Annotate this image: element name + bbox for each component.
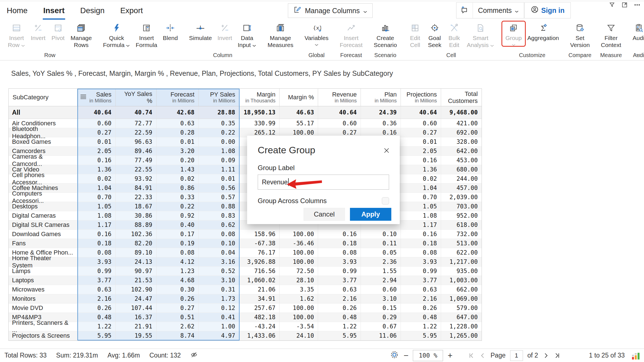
cell[interactable]: 1.23	[157, 267, 199, 276]
cell[interactable]: 3,926.88	[240, 257, 280, 266]
row-label[interactable]: Fans	[9, 239, 77, 248]
audit-button[interactable]: Audit	[629, 21, 644, 42]
row-label[interactable]: Computers Accessori...	[9, 193, 77, 202]
cell[interactable]: 0.57	[199, 193, 240, 202]
table-row[interactable]: Lamps0.9990.971.230.52716.5672.500.991.5…	[9, 267, 482, 276]
create-scenario-button[interactable]: CreateScenario	[371, 21, 400, 49]
cell[interactable]: 0.08	[318, 248, 361, 257]
filter-icon[interactable]	[609, 1, 615, 10]
next-page-icon[interactable]	[543, 352, 549, 359]
bulk-edit-button[interactable]: BulkEdit	[444, 21, 464, 49]
first-page-icon[interactable]	[468, 352, 475, 359]
cell[interactable]: 40.64	[318, 106, 361, 119]
cell[interactable]: 1,265.00	[441, 331, 482, 340]
row-label[interactable]: Bluetooth Headphon...	[9, 128, 77, 137]
cell[interactable]: 0.16	[77, 156, 116, 165]
cell[interactable]: 22.55	[116, 165, 157, 174]
cell[interactable]: 102.90	[116, 285, 157, 294]
cell[interactable]: 0.12	[199, 304, 240, 312]
table-row[interactable]: Printers, Scanners & ...1.2221.912.621.0…	[9, 322, 482, 331]
cell[interactable]: 102.36	[116, 230, 157, 239]
cell[interactable]: 21.91	[116, 322, 157, 331]
tab-export[interactable]: Export	[120, 6, 143, 20]
cell[interactable]: 2.16	[401, 294, 441, 303]
group-across-columns-checkbox[interactable]	[382, 197, 389, 204]
cell[interactable]: 680.00	[441, 165, 482, 174]
cell[interactable]: 1,433.06	[240, 331, 280, 340]
cell[interactable]: 55.17	[280, 119, 318, 128]
cell[interactable]: 100.00	[280, 257, 318, 266]
cell[interactable]: 22.59	[116, 128, 157, 137]
cell[interactable]: 1,069.00	[441, 294, 482, 303]
cell[interactable]: 0.08	[77, 248, 116, 257]
cell[interactable]: 42.68	[157, 106, 199, 119]
cell[interactable]: 72.77	[116, 119, 157, 128]
cell[interactable]: 1.17	[401, 220, 441, 229]
cell[interactable]: 24.39	[361, 106, 401, 119]
row-label[interactable]: Digital SLR Cameras	[9, 220, 77, 229]
cell[interactable]: 24.47	[116, 294, 157, 303]
page-number-input[interactable]: 1	[510, 350, 523, 361]
table-row[interactable]: MP4&MP30.4816.370.510.41482.18100.000.48…	[9, 313, 482, 322]
row-label[interactable]: Digital Cameras	[9, 211, 77, 220]
cell[interactable]: 0.86	[157, 184, 199, 192]
cell[interactable]: 0.48	[77, 313, 116, 322]
cell[interactable]: 0.05	[361, 248, 401, 257]
cell[interactable]: 0.67	[361, 322, 401, 331]
cell[interactable]: 2,039.00	[441, 193, 482, 202]
manage-rows-button[interactable]: ManageRows	[68, 21, 95, 49]
row-label[interactable]: Cameras & Camcord...	[9, 156, 77, 165]
cell[interactable]: 622.00	[441, 248, 482, 257]
last-page-icon[interactable]	[554, 352, 560, 359]
zoom-level[interactable]: 100 %	[413, 350, 443, 361]
column-header-subcategory[interactable]: SubCategory	[9, 89, 77, 106]
cell[interactable]: 0.63	[401, 285, 441, 294]
cell[interactable]: 21.53	[116, 276, 157, 285]
table-row[interactable]: Digital SLR Cameras1.1788.890.400.621.17…	[9, 220, 482, 230]
cell[interactable]: 0.52	[199, 267, 240, 276]
cell[interactable]: 0.83	[199, 211, 240, 220]
cell[interactable]: 24.13	[116, 257, 157, 266]
cell[interactable]: 76.17	[240, 248, 280, 257]
cell[interactable]: 4.12	[157, 257, 199, 266]
cell[interactable]: 0.60	[401, 119, 441, 128]
row-label[interactable]: Projectors & Screens	[9, 331, 77, 340]
tab-home[interactable]: Home	[6, 6, 28, 20]
column-menu-icon[interactable]	[80, 94, 86, 100]
cell[interactable]: 0.36	[361, 119, 401, 128]
cell[interactable]: 46.63	[280, 106, 318, 119]
table-total-row[interactable]: All40.6440.7442.6828.8818,950.1346.6340.…	[9, 106, 482, 119]
zoom-in-button[interactable]: +	[448, 351, 453, 360]
cell[interactable]: 935.00	[441, 267, 482, 276]
cell[interactable]: 77.49	[116, 156, 157, 165]
variables-button[interactable]: {x}+Variables	[302, 21, 331, 47]
row-label[interactable]: Printers, Scanners & ...	[9, 322, 77, 331]
table-row[interactable]: Download Games0.16102.360.170.08158.9610…	[9, 230, 482, 239]
cell[interactable]: 0.48	[401, 313, 441, 322]
cell[interactable]: 0.18	[77, 239, 116, 248]
cell[interactable]: 84.91	[116, 184, 157, 192]
cell[interactable]: 0.09	[199, 156, 240, 165]
cell[interactable]: 1.05	[77, 202, 116, 211]
cell[interactable]: 1.73	[199, 294, 240, 303]
cell[interactable]: 18.67	[116, 202, 157, 211]
table-row[interactable]: Microwaves0.63102.900.300.3121.063.350.6…	[9, 285, 482, 294]
column-header-sales[interactable]: Salesin Millions	[77, 89, 116, 106]
cell[interactable]: 1.00	[199, 322, 240, 331]
cell[interactable]: 1.36	[401, 165, 441, 174]
cell[interactable]: 692.00	[441, 128, 482, 137]
cancel-button[interactable]: Cancel	[304, 208, 345, 221]
cell[interactable]: 579.00	[441, 304, 482, 312]
cell[interactable]: 3.93	[77, 257, 116, 266]
cell[interactable]: 421.00	[441, 119, 482, 128]
cell[interactable]: 9,468.00	[441, 106, 482, 119]
cell[interactable]: 0.27	[77, 128, 116, 137]
table-row[interactable]: Air Conditioners0.6072.770.630.35330.995…	[9, 119, 482, 128]
cell[interactable]: 28.10	[280, 276, 318, 285]
cell[interactable]: 2.94	[361, 276, 401, 285]
row-label[interactable]: Monitors	[9, 294, 77, 303]
cell[interactable]: 0.11	[361, 239, 401, 248]
cell[interactable]: 703.00	[441, 202, 482, 211]
cell[interactable]: 0.60	[361, 285, 401, 294]
set-version-button[interactable]: SetVersion	[567, 21, 593, 49]
